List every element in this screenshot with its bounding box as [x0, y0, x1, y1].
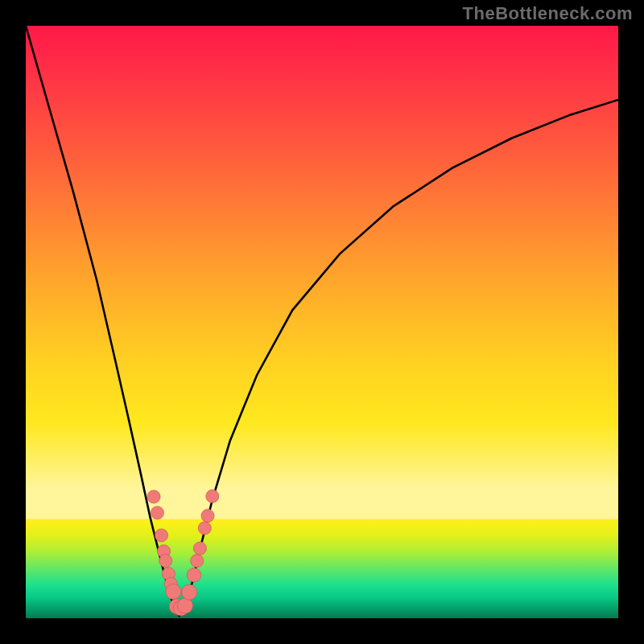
dot — [151, 506, 163, 519]
dot — [182, 584, 197, 600]
highlight-dots — [147, 489, 219, 616]
dot — [177, 598, 192, 613]
plot-area — [26, 26, 618, 618]
dot — [206, 489, 219, 502]
dot — [191, 555, 204, 568]
dot — [201, 510, 214, 522]
dot — [147, 490, 160, 503]
dot — [187, 568, 201, 583]
watermark-text: TheBottleneck.com — [463, 3, 633, 24]
chart-svg — [26, 26, 618, 618]
bottleneck-curve — [26, 26, 618, 616]
dot — [159, 555, 172, 568]
dot — [166, 584, 181, 599]
dot — [193, 542, 206, 555]
dot — [155, 529, 167, 542]
chart-frame: TheBottleneck.com — [0, 0, 644, 644]
dot — [198, 522, 211, 535]
